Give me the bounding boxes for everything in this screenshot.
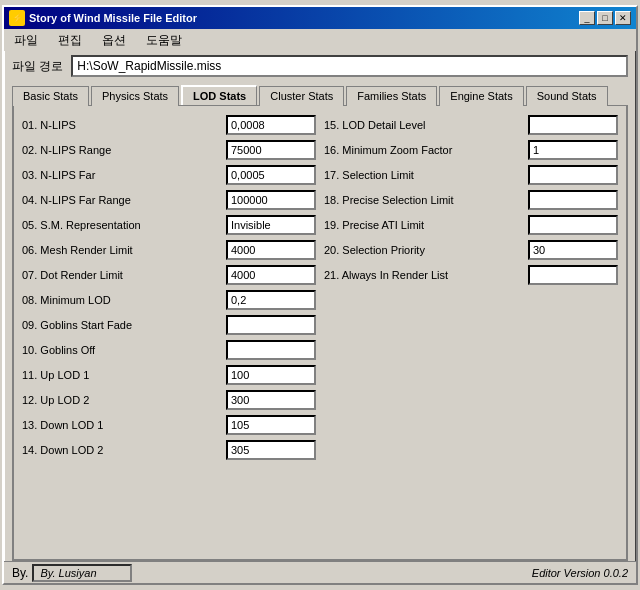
field-input-12[interactable] xyxy=(226,390,316,410)
menu-help[interactable]: 도움말 xyxy=(140,30,188,51)
tab-families-stats[interactable]: Families Stats xyxy=(346,86,437,106)
file-path-input[interactable] xyxy=(71,55,628,77)
field-label-r1: 15. LOD Detail Level xyxy=(324,119,524,131)
field-input-r6[interactable] xyxy=(528,240,618,260)
field-input-5[interactable] xyxy=(226,215,316,235)
field-label-9: 09. Goblins Start Fade xyxy=(22,319,222,331)
table-row: 11. Up LOD 1 xyxy=(22,364,316,386)
table-row: 17. Selection Limit xyxy=(324,164,618,186)
field-label-11: 11. Up LOD 1 xyxy=(22,369,222,381)
field-label-1: 01. N-LIPS xyxy=(22,119,222,131)
title-bar: ⚡ Story of Wind Missile File Editor _ □ … xyxy=(4,7,636,29)
right-column: 15. LOD Detail Level 16. Minimum Zoom Fa… xyxy=(324,114,618,551)
field-label-13: 13. Down LOD 1 xyxy=(22,419,222,431)
menu-file[interactable]: 파일 xyxy=(8,30,44,51)
status-author: By. Lusiyan xyxy=(32,564,132,582)
table-row: 18. Precise Selection Limit xyxy=(324,189,618,211)
menu-options[interactable]: 옵션 xyxy=(96,30,132,51)
tabs-bar: Basic Stats Physics Stats LOD Stats Clus… xyxy=(4,81,636,105)
field-label-8: 08. Minimum LOD xyxy=(22,294,222,306)
table-row: 03. N-LIPS Far xyxy=(22,164,316,186)
tab-engine-stats[interactable]: Engine Stats xyxy=(439,86,523,106)
field-label-5: 05. S.M. Representation xyxy=(22,219,222,231)
field-input-9[interactable] xyxy=(226,315,316,335)
field-input-8[interactable] xyxy=(226,290,316,310)
field-label-6: 06. Mesh Render Limit xyxy=(22,244,222,256)
main-window: ⚡ Story of Wind Missile File Editor _ □ … xyxy=(2,5,638,585)
file-path-bar: 파일 경로 xyxy=(4,51,636,81)
field-input-11[interactable] xyxy=(226,365,316,385)
field-input-r2[interactable] xyxy=(528,140,618,160)
field-input-r3[interactable] xyxy=(528,165,618,185)
field-input-13[interactable] xyxy=(226,415,316,435)
table-row: 01. N-LIPS xyxy=(22,114,316,136)
table-row: 19. Precise ATI Limit xyxy=(324,214,618,236)
content-area: 01. N-LIPS 02. N-LIPS Range 03. N-LIPS F… xyxy=(12,105,628,561)
field-label-4: 04. N-LIPS Far Range xyxy=(22,194,222,206)
table-row: 13. Down LOD 1 xyxy=(22,414,316,436)
status-version: Editor Version 0.0.2 xyxy=(532,567,628,579)
table-row: 15. LOD Detail Level xyxy=(324,114,618,136)
table-row: 09. Goblins Start Fade xyxy=(22,314,316,336)
field-label-r7: 21. Always In Render List xyxy=(324,269,524,281)
status-bar: By. By. Lusiyan Editor Version 0.0.2 xyxy=(4,561,636,583)
maximize-button[interactable]: □ xyxy=(597,11,613,25)
table-row: 10. Goblins Off xyxy=(22,339,316,361)
minimize-button[interactable]: _ xyxy=(579,11,595,25)
field-input-7[interactable] xyxy=(226,265,316,285)
field-input-r5[interactable] xyxy=(528,215,618,235)
field-input-1[interactable] xyxy=(226,115,316,135)
status-author-label: By. xyxy=(12,566,28,580)
app-icon: ⚡ xyxy=(9,10,25,26)
field-label-3: 03. N-LIPS Far xyxy=(22,169,222,181)
field-label-r2: 16. Minimum Zoom Factor xyxy=(324,144,524,156)
table-row: 07. Dot Render Limit xyxy=(22,264,316,286)
field-label-r4: 18. Precise Selection Limit xyxy=(324,194,524,206)
field-input-3[interactable] xyxy=(226,165,316,185)
tab-basic-stats[interactable]: Basic Stats xyxy=(12,86,89,106)
field-label-7: 07. Dot Render Limit xyxy=(22,269,222,281)
table-row: 05. S.M. Representation xyxy=(22,214,316,236)
field-label-12: 12. Up LOD 2 xyxy=(22,394,222,406)
table-row: 08. Minimum LOD xyxy=(22,289,316,311)
field-label-r5: 19. Precise ATI Limit xyxy=(324,219,524,231)
table-row: 21. Always In Render List xyxy=(324,264,618,286)
tab-lod-stats[interactable]: LOD Stats xyxy=(181,85,257,105)
tab-physics-stats[interactable]: Physics Stats xyxy=(91,86,179,106)
menu-bar: 파일 편집 옵션 도움말 xyxy=(4,29,636,51)
field-input-10[interactable] xyxy=(226,340,316,360)
table-row: 16. Minimum Zoom Factor xyxy=(324,139,618,161)
tab-cluster-stats[interactable]: Cluster Stats xyxy=(259,86,344,106)
field-label-14: 14. Down LOD 2 xyxy=(22,444,222,456)
field-input-r7[interactable] xyxy=(528,265,618,285)
field-label-2: 02. N-LIPS Range xyxy=(22,144,222,156)
field-input-r4[interactable] xyxy=(528,190,618,210)
table-row: 12. Up LOD 2 xyxy=(22,389,316,411)
window-title: Story of Wind Missile File Editor xyxy=(29,12,197,24)
table-row: 14. Down LOD 2 xyxy=(22,439,316,461)
table-row: 04. N-LIPS Far Range xyxy=(22,189,316,211)
menu-edit[interactable]: 편집 xyxy=(52,30,88,51)
field-input-4[interactable] xyxy=(226,190,316,210)
table-row: 06. Mesh Render Limit xyxy=(22,239,316,261)
field-input-6[interactable] xyxy=(226,240,316,260)
field-input-14[interactable] xyxy=(226,440,316,460)
field-label-r3: 17. Selection Limit xyxy=(324,169,524,181)
table-row: 02. N-LIPS Range xyxy=(22,139,316,161)
tab-sound-stats[interactable]: Sound Stats xyxy=(526,86,608,106)
field-input-r1[interactable] xyxy=(528,115,618,135)
close-button[interactable]: ✕ xyxy=(615,11,631,25)
field-input-2[interactable] xyxy=(226,140,316,160)
file-path-label: 파일 경로 xyxy=(12,58,63,75)
table-row: 20. Selection Priority xyxy=(324,239,618,261)
field-label-r6: 20. Selection Priority xyxy=(324,244,524,256)
left-column: 01. N-LIPS 02. N-LIPS Range 03. N-LIPS F… xyxy=(22,114,316,551)
field-label-10: 10. Goblins Off xyxy=(22,344,222,356)
